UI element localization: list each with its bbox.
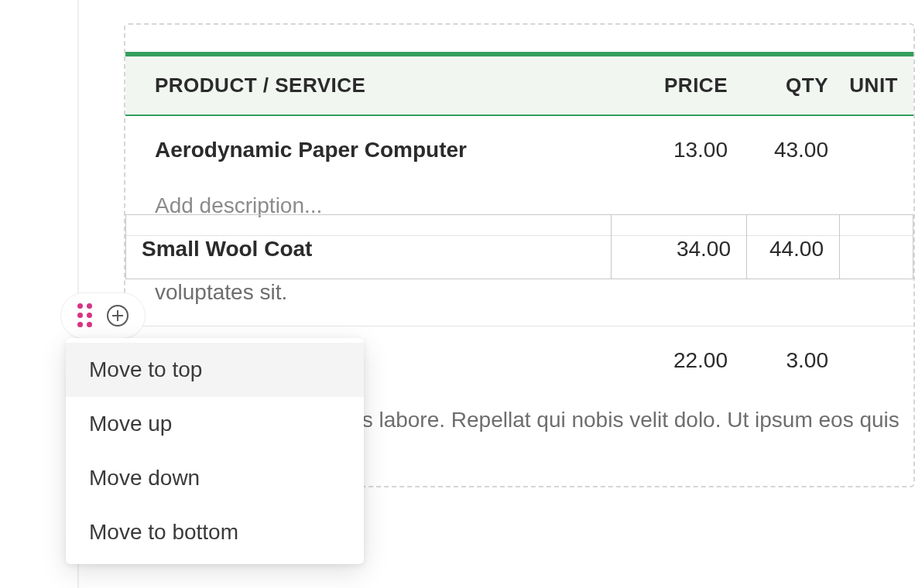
row-price[interactable]: 22.00	[635, 348, 735, 373]
table-row-desc[interactable]: voluptates sit.	[125, 262, 913, 326]
product-name[interactable]: Aerodynamic Paper Computer	[125, 138, 635, 162]
menu-item-move-to-top[interactable]: Move to top	[66, 343, 364, 397]
header-price: PRICE	[635, 74, 735, 97]
menu-item-move-to-bottom[interactable]: Move to bottom	[66, 505, 364, 559]
drag-handle-icon[interactable]	[77, 303, 93, 328]
row-price[interactable]: 13.00	[635, 138, 735, 162]
row-qty[interactable]: 43.00	[735, 138, 836, 162]
row-controls-pill	[60, 292, 146, 339]
header-product: PRODUCT / SERVICE	[125, 74, 635, 97]
add-row-icon[interactable]	[107, 305, 129, 326]
row-description[interactable]: voluptates sit.	[125, 276, 913, 309]
menu-item-move-down[interactable]: Move down	[66, 451, 364, 505]
header-unit: UNIT	[836, 74, 913, 97]
row-context-menu: Move to top Move up Move down Move to bo…	[66, 338, 364, 564]
header-qty: QTY	[735, 74, 836, 97]
menu-item-move-up[interactable]: Move up	[66, 397, 364, 451]
table-header: PRODUCT / SERVICE PRICE QTY UNIT	[125, 52, 913, 116]
row-qty[interactable]: 3.00	[735, 348, 836, 373]
